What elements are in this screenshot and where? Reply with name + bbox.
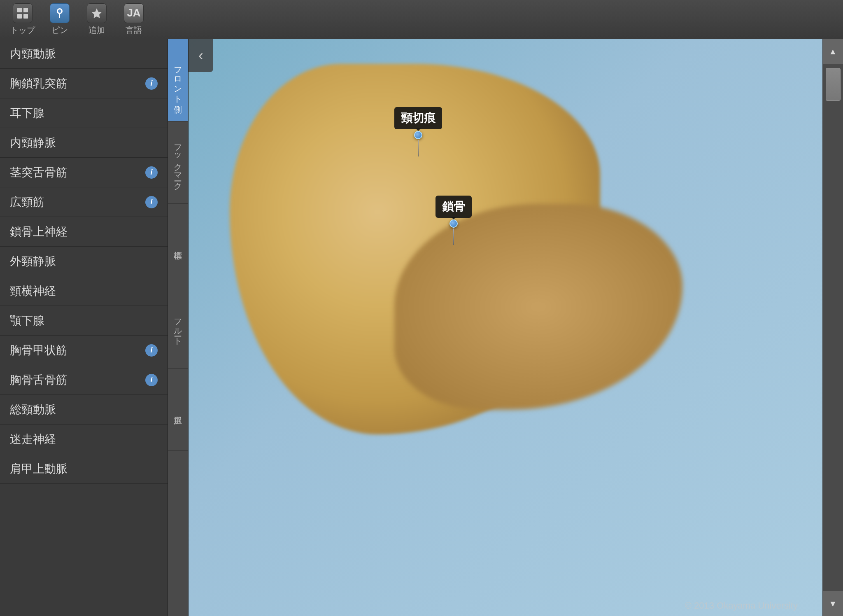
pin-tooltip-1: 頸切痕 bbox=[394, 107, 442, 129]
sidebar-item-label: 顎下腺 bbox=[10, 313, 44, 329]
scrollbar: ▲ ▼ bbox=[822, 39, 843, 616]
sidebar-item-label: 胸骨甲状筋 bbox=[10, 343, 68, 358]
sidebar-item-label: 外頸静脈 bbox=[10, 254, 56, 269]
tab-navigation: フロント側フックマーク標準フルート選択 bbox=[168, 39, 189, 616]
info-icon[interactable]: i bbox=[145, 344, 158, 357]
main-area: 内頸動脈胸鎖乳突筋i耳下腺内頸静脈茎突舌骨筋i広頸筋i鎖骨上神経外頸静脈頸横神経… bbox=[0, 39, 843, 616]
scroll-thumb[interactable] bbox=[826, 68, 841, 101]
pin-stem-1 bbox=[418, 140, 419, 156]
info-icon[interactable]: i bbox=[145, 166, 158, 179]
sidebar-item-item-1[interactable]: 内頸動脈 bbox=[0, 39, 168, 69]
sidebar: 内頸動脈胸鎖乳突筋i耳下腺内頸静脈茎突舌骨筋i広頸筋i鎖骨上神経外頸静脈頸横神経… bbox=[0, 39, 168, 616]
pin-tooltip-2: 鎖骨 bbox=[435, 196, 472, 218]
sidebar-item-item-7[interactable]: 鎖骨上神経 bbox=[0, 217, 168, 247]
svg-rect-2 bbox=[17, 14, 22, 19]
sidebar-item-item-12[interactable]: 胸骨舌骨筋i bbox=[0, 365, 168, 395]
scroll-up-button[interactable]: ▲ bbox=[823, 39, 843, 64]
sidebar-item-item-13[interactable]: 総頸動脈 bbox=[0, 395, 168, 425]
sidebar-item-label: 鎖骨上神経 bbox=[10, 224, 68, 240]
toolbar: トップ ピン 追加 JA 言語 bbox=[0, 0, 843, 39]
lang-button[interactable]: JA 言語 bbox=[115, 3, 152, 36]
info-icon[interactable]: i bbox=[145, 374, 158, 386]
top-button[interactable]: トップ bbox=[4, 3, 41, 36]
tab-item-2[interactable]: フックマーク bbox=[168, 121, 188, 204]
svg-marker-7 bbox=[92, 8, 102, 18]
sidebar-item-label: 総頸動脈 bbox=[10, 402, 56, 418]
lang-code: JA bbox=[127, 7, 140, 19]
svg-point-5 bbox=[58, 9, 61, 13]
svg-rect-0 bbox=[17, 8, 22, 12]
svg-rect-1 bbox=[23, 8, 28, 12]
sidebar-item-item-11[interactable]: 胸骨甲状筋i bbox=[0, 336, 168, 365]
add-button[interactable]: 追加 bbox=[78, 3, 115, 36]
sidebar-item-item-2[interactable]: 胸鎖乳突筋i bbox=[0, 69, 168, 98]
back-button[interactable]: ‹ bbox=[189, 39, 213, 72]
sidebar-item-label: 内頸静脈 bbox=[10, 135, 56, 151]
anatomy-image-area[interactable]: ‹ © 2013 Okayama University 頸切痕鎖骨 bbox=[189, 39, 822, 616]
pin-button[interactable]: ピン bbox=[41, 3, 78, 36]
sidebar-item-label: 胸骨舌骨筋 bbox=[10, 372, 68, 388]
sidebar-item-item-9[interactable]: 頸横神経 bbox=[0, 276, 168, 306]
tab-item-3[interactable]: 標準 bbox=[168, 204, 188, 286]
tab-item-4[interactable]: フルート bbox=[168, 286, 188, 369]
sidebar-item-label: 胸鎖乳突筋 bbox=[10, 76, 68, 91]
sidebar-item-item-8[interactable]: 外頸静脈 bbox=[0, 247, 168, 276]
pin-label: ピン bbox=[51, 25, 68, 36]
info-icon[interactable]: i bbox=[145, 196, 158, 208]
add-label: 追加 bbox=[88, 25, 105, 36]
sidebar-item-label: 肩甲上動脈 bbox=[10, 461, 68, 477]
sidebar-item-label: 迷走神経 bbox=[10, 432, 56, 447]
pin-label-2[interactable]: 鎖骨 bbox=[435, 196, 472, 245]
sidebar-item-label: 頸横神経 bbox=[10, 283, 56, 299]
sidebar-item-item-6[interactable]: 広頸筋i bbox=[0, 187, 168, 217]
pin-icon bbox=[50, 3, 70, 23]
sidebar-item-item-5[interactable]: 茎突舌骨筋i bbox=[0, 158, 168, 187]
sidebar-item-item-3[interactable]: 耳下腺 bbox=[0, 98, 168, 128]
info-icon[interactable]: i bbox=[145, 77, 158, 90]
svg-rect-6 bbox=[59, 14, 60, 18]
sidebar-item-label: 広頸筋 bbox=[10, 194, 44, 210]
pin-stem-2 bbox=[453, 229, 454, 245]
sidebar-item-item-10[interactable]: 顎下腺 bbox=[0, 306, 168, 336]
sidebar-item-item-15[interactable]: 肩甲上動脈 bbox=[0, 454, 168, 484]
sidebar-item-label: 耳下腺 bbox=[10, 105, 44, 121]
grid-icon bbox=[13, 3, 33, 23]
tab-item-1[interactable]: フロント側 bbox=[168, 39, 188, 121]
sidebar-item-item-14[interactable]: 迷走神経 bbox=[0, 425, 168, 454]
star-icon bbox=[87, 3, 107, 23]
tab-item-5[interactable]: 選択 bbox=[168, 369, 188, 451]
svg-rect-3 bbox=[23, 14, 28, 19]
copyright-text: © 2013 Okayama University bbox=[685, 600, 798, 611]
lang-icon: JA bbox=[124, 3, 144, 23]
lang-label: 言語 bbox=[126, 25, 142, 36]
scroll-down-button[interactable]: ▼ bbox=[823, 591, 843, 616]
pin-label-1[interactable]: 頸切痕 bbox=[394, 107, 442, 156]
sidebar-item-label: 茎突舌骨筋 bbox=[10, 165, 68, 180]
top-label: トップ bbox=[10, 25, 35, 36]
sidebar-item-label: 内頸動脈 bbox=[10, 46, 56, 62]
scroll-track[interactable] bbox=[823, 64, 843, 591]
sidebar-item-item-4[interactable]: 内頸静脈 bbox=[0, 128, 168, 158]
